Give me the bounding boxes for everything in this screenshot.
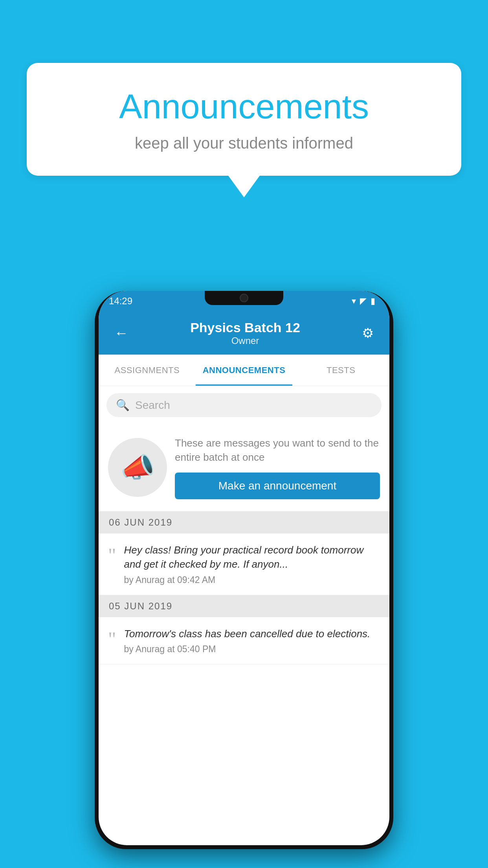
- announcement-meta-2: by Anurag at 05:40 PM: [124, 644, 380, 655]
- status-time: 14:29: [109, 296, 132, 307]
- announcement-text-1: Hey class! Bring your practical record b…: [124, 543, 380, 572]
- announcement-meta-1: by Anurag at 09:42 AM: [124, 575, 380, 585]
- promo-section: 📣 These are messages you want to send to…: [99, 424, 389, 511]
- announcement-content-2: Tomorrow's class has been cancelled due …: [124, 627, 380, 655]
- tab-assignments[interactable]: ASSIGNMENTS: [99, 355, 196, 386]
- announcement-content-1: Hey class! Bring your practical record b…: [124, 543, 380, 585]
- settings-button[interactable]: ⚙: [358, 321, 378, 345]
- search-placeholder: Search: [135, 399, 170, 412]
- phone-screen: 14:29 ▾ ◤ ▮ ← Physics Batch 12 Owner ⚙: [99, 291, 389, 845]
- status-icons: ▾ ◤ ▮: [352, 296, 375, 306]
- speech-bubble-card: Announcements keep all your students inf…: [27, 63, 461, 176]
- speech-bubble-section: Announcements keep all your students inf…: [27, 63, 461, 197]
- announcement-item-2[interactable]: " Tomorrow's class has been cancelled du…: [99, 617, 389, 664]
- megaphone-icon: 📣: [121, 451, 155, 484]
- wifi-icon: ▾: [352, 296, 356, 306]
- phone-notch: [205, 291, 283, 305]
- phone-camera: [240, 294, 248, 302]
- app-bar-title-container: Physics Batch 12 Owner: [132, 320, 358, 346]
- make-announcement-button[interactable]: Make an announcement: [175, 473, 380, 499]
- speech-bubble-subtitle: keep all your students informed: [58, 134, 430, 152]
- app-bar-subtitle: Owner: [132, 335, 358, 346]
- promo-description: These are messages you want to send to t…: [175, 436, 380, 465]
- back-button[interactable]: ←: [110, 321, 132, 345]
- search-bar[interactable]: 🔍 Search: [106, 393, 382, 417]
- promo-icon-circle: 📣: [108, 438, 167, 497]
- tab-tests[interactable]: TESTS: [292, 355, 389, 386]
- search-container: 🔍 Search: [99, 386, 389, 424]
- tab-bar: ASSIGNMENTS ANNOUNCEMENTS TESTS: [99, 355, 389, 386]
- app-bar: ← Physics Batch 12 Owner ⚙: [99, 311, 389, 355]
- scrollable-content: 🔍 Search 📣 These are messages you want t…: [99, 386, 389, 845]
- battery-icon: ▮: [371, 296, 375, 306]
- announcement-item-1[interactable]: " Hey class! Bring your practical record…: [99, 533, 389, 595]
- date-separator-2: 05 JUN 2019: [99, 595, 389, 617]
- app-bar-title: Physics Batch 12: [132, 320, 358, 335]
- speech-bubble-arrow: [228, 176, 260, 197]
- search-icon: 🔍: [116, 399, 130, 412]
- tab-announcements[interactable]: ANNOUNCEMENTS: [196, 355, 293, 386]
- quote-icon-2: ": [108, 629, 116, 649]
- phone-mockup: 14:29 ▾ ◤ ▮ ← Physics Batch 12 Owner ⚙: [95, 291, 393, 849]
- speech-bubble-title: Announcements: [58, 86, 430, 127]
- announcement-text-2: Tomorrow's class has been cancelled due …: [124, 627, 380, 641]
- quote-icon-1: ": [108, 545, 116, 565]
- promo-content: These are messages you want to send to t…: [175, 436, 380, 499]
- date-separator-1: 06 JUN 2019: [99, 511, 389, 533]
- signal-icon: ◤: [360, 296, 367, 306]
